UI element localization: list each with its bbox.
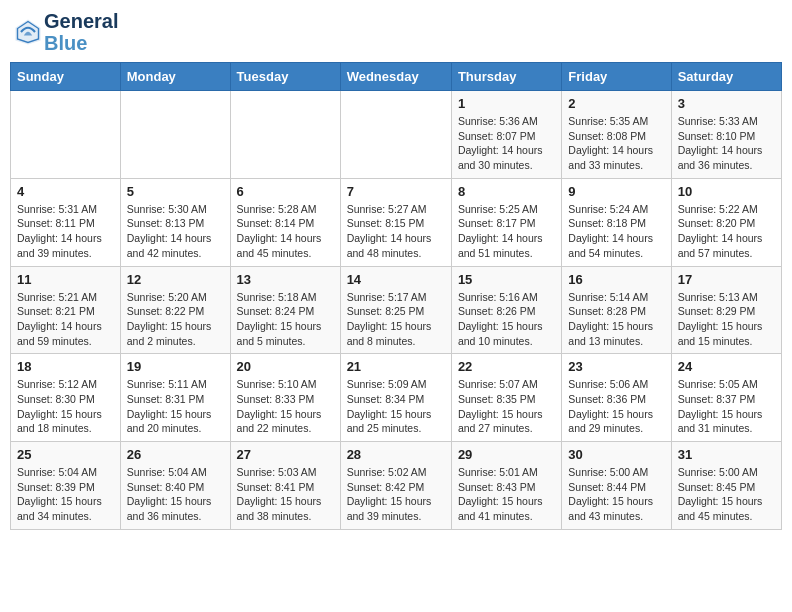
page-header: General Blue [10,10,782,54]
calendar-cell: 9Sunrise: 5:24 AMSunset: 8:18 PMDaylight… [562,178,671,266]
calendar-week-row: 4Sunrise: 5:31 AMSunset: 8:11 PMDaylight… [11,178,782,266]
calendar-cell: 1Sunrise: 5:36 AMSunset: 8:07 PMDaylight… [451,91,561,179]
calendar-cell: 13Sunrise: 5:18 AMSunset: 8:24 PMDayligh… [230,266,340,354]
day-info: Sunrise: 5:05 AMSunset: 8:37 PMDaylight:… [678,377,775,436]
calendar-cell: 30Sunrise: 5:00 AMSunset: 8:44 PMDayligh… [562,442,671,530]
day-number: 12 [127,272,224,287]
calendar-cell: 16Sunrise: 5:14 AMSunset: 8:28 PMDayligh… [562,266,671,354]
day-info: Sunrise: 5:24 AMSunset: 8:18 PMDaylight:… [568,202,664,261]
calendar-cell [120,91,230,179]
day-info: Sunrise: 5:10 AMSunset: 8:33 PMDaylight:… [237,377,334,436]
calendar-cell: 4Sunrise: 5:31 AMSunset: 8:11 PMDaylight… [11,178,121,266]
day-info: Sunrise: 5:27 AMSunset: 8:15 PMDaylight:… [347,202,445,261]
calendar-week-row: 25Sunrise: 5:04 AMSunset: 8:39 PMDayligh… [11,442,782,530]
day-number: 18 [17,359,114,374]
day-info: Sunrise: 5:20 AMSunset: 8:22 PMDaylight:… [127,290,224,349]
day-number: 15 [458,272,555,287]
day-info: Sunrise: 5:21 AMSunset: 8:21 PMDaylight:… [17,290,114,349]
day-info: Sunrise: 5:00 AMSunset: 8:44 PMDaylight:… [568,465,664,524]
weekday-header: Wednesday [340,63,451,91]
logo-icon [14,18,42,46]
calendar-body: 1Sunrise: 5:36 AMSunset: 8:07 PMDaylight… [11,91,782,530]
day-info: Sunrise: 5:12 AMSunset: 8:30 PMDaylight:… [17,377,114,436]
day-number: 22 [458,359,555,374]
day-number: 11 [17,272,114,287]
calendar-cell: 12Sunrise: 5:20 AMSunset: 8:22 PMDayligh… [120,266,230,354]
calendar-cell: 17Sunrise: 5:13 AMSunset: 8:29 PMDayligh… [671,266,781,354]
day-info: Sunrise: 5:11 AMSunset: 8:31 PMDaylight:… [127,377,224,436]
calendar-cell: 15Sunrise: 5:16 AMSunset: 8:26 PMDayligh… [451,266,561,354]
weekday-header: Tuesday [230,63,340,91]
calendar-cell: 11Sunrise: 5:21 AMSunset: 8:21 PMDayligh… [11,266,121,354]
logo-text-line1: General [44,10,118,32]
calendar-cell: 7Sunrise: 5:27 AMSunset: 8:15 PMDaylight… [340,178,451,266]
calendar-cell: 10Sunrise: 5:22 AMSunset: 8:20 PMDayligh… [671,178,781,266]
weekday-header: Monday [120,63,230,91]
day-number: 21 [347,359,445,374]
weekday-header: Saturday [671,63,781,91]
calendar-cell: 31Sunrise: 5:00 AMSunset: 8:45 PMDayligh… [671,442,781,530]
calendar-table: SundayMondayTuesdayWednesdayThursdayFrid… [10,62,782,530]
day-number: 2 [568,96,664,111]
calendar-cell: 27Sunrise: 5:03 AMSunset: 8:41 PMDayligh… [230,442,340,530]
day-number: 3 [678,96,775,111]
weekday-header: Thursday [451,63,561,91]
calendar-cell: 21Sunrise: 5:09 AMSunset: 8:34 PMDayligh… [340,354,451,442]
day-info: Sunrise: 5:36 AMSunset: 8:07 PMDaylight:… [458,114,555,173]
day-info: Sunrise: 5:04 AMSunset: 8:40 PMDaylight:… [127,465,224,524]
calendar-cell: 26Sunrise: 5:04 AMSunset: 8:40 PMDayligh… [120,442,230,530]
weekday-header: Sunday [11,63,121,91]
weekday-header: Friday [562,63,671,91]
day-info: Sunrise: 5:09 AMSunset: 8:34 PMDaylight:… [347,377,445,436]
calendar-cell [11,91,121,179]
calendar-header: SundayMondayTuesdayWednesdayThursdayFrid… [11,63,782,91]
day-info: Sunrise: 5:22 AMSunset: 8:20 PMDaylight:… [678,202,775,261]
day-info: Sunrise: 5:33 AMSunset: 8:10 PMDaylight:… [678,114,775,173]
day-number: 19 [127,359,224,374]
calendar-cell: 2Sunrise: 5:35 AMSunset: 8:08 PMDaylight… [562,91,671,179]
day-info: Sunrise: 5:28 AMSunset: 8:14 PMDaylight:… [237,202,334,261]
day-number: 24 [678,359,775,374]
day-number: 5 [127,184,224,199]
day-info: Sunrise: 5:31 AMSunset: 8:11 PMDaylight:… [17,202,114,261]
day-info: Sunrise: 5:30 AMSunset: 8:13 PMDaylight:… [127,202,224,261]
day-number: 30 [568,447,664,462]
day-number: 31 [678,447,775,462]
day-info: Sunrise: 5:06 AMSunset: 8:36 PMDaylight:… [568,377,664,436]
day-number: 20 [237,359,334,374]
calendar-week-row: 11Sunrise: 5:21 AMSunset: 8:21 PMDayligh… [11,266,782,354]
day-number: 13 [237,272,334,287]
day-number: 26 [127,447,224,462]
calendar-cell: 28Sunrise: 5:02 AMSunset: 8:42 PMDayligh… [340,442,451,530]
day-number: 4 [17,184,114,199]
day-number: 8 [458,184,555,199]
calendar-cell: 23Sunrise: 5:06 AMSunset: 8:36 PMDayligh… [562,354,671,442]
calendar-cell: 8Sunrise: 5:25 AMSunset: 8:17 PMDaylight… [451,178,561,266]
day-number: 29 [458,447,555,462]
calendar-week-row: 18Sunrise: 5:12 AMSunset: 8:30 PMDayligh… [11,354,782,442]
day-info: Sunrise: 5:35 AMSunset: 8:08 PMDaylight:… [568,114,664,173]
calendar-week-row: 1Sunrise: 5:36 AMSunset: 8:07 PMDaylight… [11,91,782,179]
day-number: 28 [347,447,445,462]
day-number: 16 [568,272,664,287]
day-info: Sunrise: 5:00 AMSunset: 8:45 PMDaylight:… [678,465,775,524]
calendar-cell: 3Sunrise: 5:33 AMSunset: 8:10 PMDaylight… [671,91,781,179]
day-info: Sunrise: 5:07 AMSunset: 8:35 PMDaylight:… [458,377,555,436]
calendar-cell: 29Sunrise: 5:01 AMSunset: 8:43 PMDayligh… [451,442,561,530]
day-number: 17 [678,272,775,287]
day-info: Sunrise: 5:04 AMSunset: 8:39 PMDaylight:… [17,465,114,524]
day-info: Sunrise: 5:17 AMSunset: 8:25 PMDaylight:… [347,290,445,349]
calendar-cell: 6Sunrise: 5:28 AMSunset: 8:14 PMDaylight… [230,178,340,266]
calendar-cell: 14Sunrise: 5:17 AMSunset: 8:25 PMDayligh… [340,266,451,354]
day-number: 14 [347,272,445,287]
calendar-cell: 20Sunrise: 5:10 AMSunset: 8:33 PMDayligh… [230,354,340,442]
calendar-cell: 22Sunrise: 5:07 AMSunset: 8:35 PMDayligh… [451,354,561,442]
calendar-cell: 5Sunrise: 5:30 AMSunset: 8:13 PMDaylight… [120,178,230,266]
day-info: Sunrise: 5:13 AMSunset: 8:29 PMDaylight:… [678,290,775,349]
day-number: 10 [678,184,775,199]
day-info: Sunrise: 5:14 AMSunset: 8:28 PMDaylight:… [568,290,664,349]
day-number: 7 [347,184,445,199]
day-number: 1 [458,96,555,111]
calendar-cell: 24Sunrise: 5:05 AMSunset: 8:37 PMDayligh… [671,354,781,442]
day-info: Sunrise: 5:01 AMSunset: 8:43 PMDaylight:… [458,465,555,524]
